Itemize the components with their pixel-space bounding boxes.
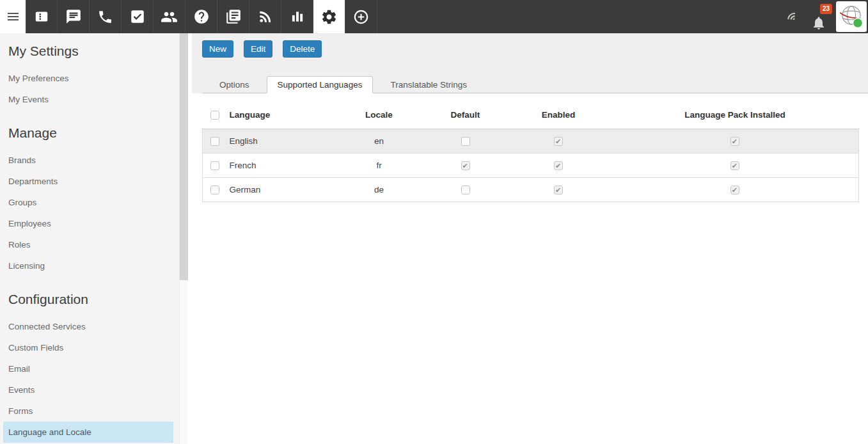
sidebar-item-events[interactable]: Events (3, 379, 173, 400)
checkbox-icon (129, 8, 146, 25)
app-tile-feeds[interactable] (249, 0, 281, 33)
main-header: New Edit Delete Options Supported Langua… (192, 33, 868, 93)
rss-icon (257, 8, 274, 25)
chat-icon (65, 8, 82, 25)
account-avatar[interactable] (836, 1, 867, 32)
tab-bar: Options Supported Languages Translatable… (202, 76, 868, 93)
sidebar-item-email[interactable]: Email (3, 358, 173, 379)
default-checkbox[interactable] (461, 137, 470, 146)
app-tile-voice[interactable] (90, 0, 122, 33)
sidebar-section-title: Manage (8, 125, 179, 141)
sidebar-section-title: My Settings (8, 44, 179, 59)
column-header-language: Language (230, 102, 333, 129)
table-row-english[interactable]: English en (203, 129, 859, 153)
app-tile-people[interactable] (154, 0, 185, 33)
app-tile-reports[interactable] (281, 0, 313, 33)
sidebar-item-language-and-locale[interactable]: Language and Locale (3, 422, 173, 443)
edit-button[interactable]: Edit (244, 40, 272, 58)
sidebar-item-licensing[interactable]: Licensing (3, 255, 173, 276)
language-cell: English (230, 129, 333, 153)
app-tile-tickets[interactable] (26, 0, 58, 33)
help-icon (193, 8, 210, 25)
settings-sidebar: My Settings My Preferences My Events Man… (0, 33, 179, 444)
sidebar-item-my-preferences[interactable]: My Preferences (3, 68, 173, 89)
enabled-checkbox[interactable] (554, 161, 563, 170)
language-cell: French (230, 153, 333, 177)
sidebar-item-roles[interactable]: Roles (3, 234, 173, 255)
app-tile-chat[interactable] (58, 0, 90, 33)
select-all-checkbox[interactable] (210, 111, 219, 120)
plus-circle-icon (352, 8, 370, 26)
column-header-default: Default (425, 102, 506, 129)
tab-options[interactable]: Options (209, 76, 260, 93)
topbar-right: 23 (785, 0, 868, 33)
phone-icon (97, 9, 113, 25)
table-row-french[interactable]: French fr (203, 153, 859, 177)
hamburger-icon (8, 16, 19, 17)
supported-languages-table: Language Locale Default Enabled Language… (202, 102, 859, 202)
enabled-checkbox[interactable] (554, 186, 563, 194)
main-panel: New Edit Delete Options Supported Langua… (188, 33, 868, 444)
bar-chart-icon (289, 8, 306, 25)
delete-button[interactable]: Delete (283, 40, 322, 58)
notification-count-badge: 23 (820, 4, 832, 14)
app-tile-add[interactable] (345, 0, 377, 33)
sidebar-item-my-events[interactable]: My Events (3, 89, 173, 110)
wifi-icon (785, 10, 799, 24)
sidebar-item-forms[interactable]: Forms (3, 400, 173, 422)
app-tile-settings[interactable] (313, 0, 345, 33)
app-tile-help[interactable] (185, 0, 217, 33)
column-header-locale: Locale (333, 102, 425, 129)
app-tile-tasks[interactable] (122, 0, 154, 33)
table-row-german[interactable]: German de (203, 177, 859, 202)
sidebar-item-connected-services[interactable]: Connected Services (3, 316, 173, 337)
action-button-row: New Edit Delete (202, 40, 868, 58)
default-checkbox[interactable] (461, 186, 470, 194)
gear-icon (320, 8, 338, 26)
app-tile-publish[interactable] (217, 0, 249, 33)
sidebar-item-departments[interactable]: Departments (3, 171, 173, 192)
sidebar-section-title: Configuration (8, 292, 179, 307)
sidebar-item-brands[interactable]: Brands (3, 150, 173, 171)
documents-icon (225, 8, 242, 25)
table-header-row: Language Locale Default Enabled Language… (203, 102, 859, 129)
admin-app-window: 23 My Settings My Preferences My Events … (0, 0, 868, 444)
language-pack-installed-checkbox[interactable] (730, 186, 739, 194)
language-pack-installed-checkbox[interactable] (730, 161, 739, 170)
sidebar-item-custom-fields[interactable]: Custom Fields (3, 337, 173, 358)
locale-cell: fr (333, 153, 425, 177)
default-checkbox[interactable] (461, 161, 470, 170)
tab-translatable-strings[interactable]: Translatable Strings (379, 76, 478, 93)
sidebar-item-groups[interactable]: Groups (3, 192, 173, 213)
row-select-checkbox[interactable] (210, 186, 219, 194)
column-header-enabled: Enabled (506, 102, 612, 129)
app-switcher (26, 0, 377, 33)
sidebar-scrollbar (179, 33, 188, 444)
top-app-bar: 23 (0, 0, 868, 33)
connection-status-button[interactable] (785, 10, 799, 24)
row-select-checkbox[interactable] (210, 137, 219, 146)
hamburger-menu-button[interactable] (0, 0, 26, 33)
bell-icon (811, 15, 826, 31)
locale-cell: de (333, 177, 425, 202)
new-button[interactable]: New (202, 40, 233, 58)
topbar-spacer (377, 0, 785, 33)
sidebar-scrollbar-thumb[interactable] (180, 33, 188, 280)
locale-cell: en (333, 129, 425, 153)
notifications-button[interactable]: 23 (809, 3, 828, 31)
tab-content: Language Locale Default Enabled Language… (188, 93, 868, 202)
enabled-checkbox[interactable] (554, 137, 563, 146)
column-header-language-pack-installed: Language Pack Installed (612, 102, 859, 129)
language-pack-installed-checkbox[interactable] (730, 137, 739, 146)
tickets-icon (33, 8, 50, 25)
tab-supported-languages[interactable]: Supported Languages (267, 76, 374, 93)
globe-logo-icon (837, 2, 866, 31)
language-cell: German (230, 177, 333, 202)
sidebar-item-employees[interactable]: Employees (3, 213, 173, 234)
people-icon (161, 8, 178, 26)
row-select-checkbox[interactable] (210, 161, 219, 170)
